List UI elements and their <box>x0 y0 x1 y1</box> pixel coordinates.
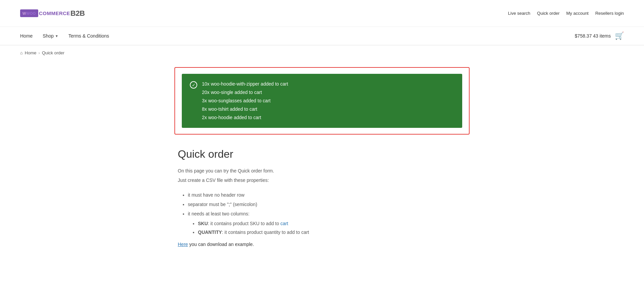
logo: WWOO COMMERCE B2B <box>20 9 85 18</box>
main-nav-left: Home Shop ▼ Terms & Conditions <box>20 33 109 39</box>
shop-chevron-icon: ▼ <box>55 34 58 38</box>
top-nav-links: Live search Quick order My account Resel… <box>508 11 624 16</box>
breadcrumb-current: Quick order <box>42 50 64 55</box>
breadcrumb-separator: › <box>39 50 40 55</box>
breadcrumb-home-link[interactable]: Home <box>25 50 37 55</box>
quantity-label: QUANTITY <box>198 230 222 235</box>
notification-message-5: 2x woo-hoodie added to cart <box>202 114 288 121</box>
check-icon: ✓ <box>190 81 197 89</box>
page-section: Quick order On this page you can try the… <box>171 148 473 247</box>
quick-order-link[interactable]: Quick order <box>537 11 559 16</box>
main-nav: Home Shop ▼ Terms & Conditions $758.37 4… <box>0 27 644 45</box>
notification-message-4: 8x woo-tshirt added to cart <box>202 106 288 113</box>
notification-message-1: 10x woo-hoodie-with-zipper added to cart <box>202 81 288 88</box>
sku-bullet: SKU: it contains product SKU to add to c… <box>198 220 466 227</box>
shop-nav-link[interactable]: Shop <box>43 33 54 39</box>
bullet-1: it must have no header row <box>188 191 466 199</box>
woo-logo-box: WWOO <box>20 9 38 17</box>
sku-label: SKU <box>198 221 208 226</box>
quantity-bullet: QUANTITY: it contains product quantity t… <box>198 229 466 236</box>
notification-message-2: 20x woo-single added to cart <box>202 89 288 96</box>
notification-wrapper: ✓ 10x woo-hoodie-with-zipper added to ca… <box>174 67 470 135</box>
terms-nav-link[interactable]: Terms & Conditions <box>68 33 109 39</box>
breadcrumb: ⌂ Home › Quick order <box>0 45 644 60</box>
cart-icon: 🛒 <box>615 32 624 40</box>
columns-list: SKU: it contains product SKU to add to c… <box>198 220 466 236</box>
my-account-link[interactable]: My account <box>566 11 588 16</box>
live-search-link[interactable]: Live search <box>508 11 530 16</box>
notification-message-3: 3x woo-sunglasses added to cart <box>202 97 288 104</box>
cart-link[interactable]: cart <box>280 221 288 226</box>
commerce-logo-text: COMMERCE <box>39 10 70 16</box>
main-nav-right: $758.37 43 items 🛒 <box>575 32 624 40</box>
main-content: ✓ 10x woo-hoodie-with-zipper added to ca… <box>0 60 644 267</box>
home-icon: ⌂ <box>20 50 23 55</box>
download-example-link[interactable]: Here <box>178 242 188 247</box>
top-nav: WWOO COMMERCE B2B Live search Quick orde… <box>0 0 644 27</box>
home-nav-link[interactable]: Home <box>20 33 33 39</box>
bullet-2: separator must be ";" (semicolon) <box>188 201 466 208</box>
description-line2: Just create a CSV file with these proper… <box>178 177 466 185</box>
csv-properties-list: it must have no header row separator mus… <box>188 191 466 236</box>
notification-messages: 10x woo-hoodie-with-zipper added to cart… <box>202 81 288 121</box>
notification-green-box: ✓ 10x woo-hoodie-with-zipper added to ca… <box>182 74 462 128</box>
cart-icon-wrap[interactable]: 🛒 <box>615 32 624 40</box>
page-title: Quick order <box>178 148 466 160</box>
page-description: On this page you can try the Quick order… <box>178 167 466 185</box>
resellers-login-link[interactable]: Resellers login <box>595 11 624 16</box>
shop-dropdown[interactable]: Shop ▼ <box>43 33 58 39</box>
download-example: Here you can download an example. <box>178 242 466 247</box>
cart-total: $758.37 43 items <box>575 33 611 39</box>
bullet-3: it needs at least two columns: SKU: it c… <box>188 210 466 236</box>
description-line1: On this page you can try the Quick order… <box>178 167 466 175</box>
b2b-logo-text: B2B <box>70 9 85 18</box>
notification-row: ✓ 10x woo-hoodie-with-zipper added to ca… <box>190 81 454 121</box>
